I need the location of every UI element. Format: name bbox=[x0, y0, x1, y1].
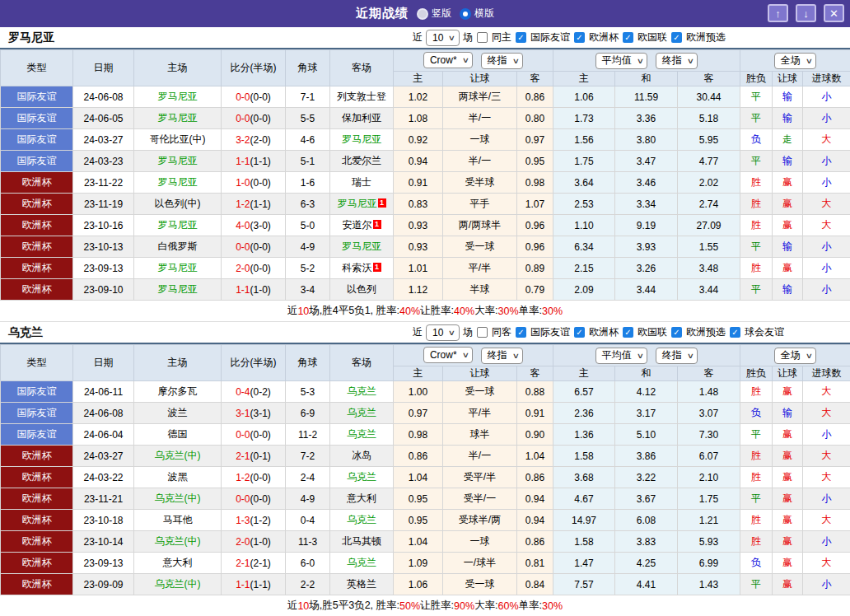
away-team-name: 罗马尼亚 bbox=[342, 133, 381, 145]
competition-checkbox[interactable]: ✓ bbox=[574, 327, 585, 338]
home-odds: 0.91 bbox=[394, 172, 443, 194]
match-date: 24-06-04 bbox=[73, 424, 134, 446]
avg-draw-odds: 3.44 bbox=[615, 279, 678, 301]
corner-score: 3-4 bbox=[286, 279, 330, 301]
radio-unselected-icon[interactable] bbox=[417, 8, 428, 20]
competition-checkbox[interactable]: ✓ bbox=[623, 327, 633, 338]
match-date: 23-09-10 bbox=[73, 279, 134, 301]
away-team: 北马其顿 bbox=[330, 531, 394, 553]
home-team: 罗马尼亚 bbox=[134, 151, 222, 172]
competition-type: 欧洲杯 bbox=[1, 279, 73, 301]
match-count-select[interactable]: 10∨ bbox=[426, 324, 460, 341]
close-icon: ✕ bbox=[829, 8, 838, 19]
competition-checkbox[interactable]: ✓ bbox=[623, 32, 633, 43]
home-odds: 0.93 bbox=[394, 215, 443, 236]
bookmaker-select[interactable]: Crow*∨ bbox=[423, 52, 473, 68]
odds-stage-select[interactable]: 终指∨ bbox=[481, 53, 524, 69]
score: 1-2(1-1) bbox=[222, 194, 286, 215]
fulltime-select[interactable]: 全场∨ bbox=[774, 53, 817, 69]
bookmaker-select[interactable]: Crow*∨ bbox=[423, 347, 473, 363]
score: 1-0(0-0) bbox=[222, 172, 286, 194]
handicap-result: 输 bbox=[773, 236, 803, 258]
away-team: 列支敦士登 bbox=[330, 86, 394, 108]
fulltime-score: 0-0 bbox=[236, 113, 250, 124]
avg-away-odds: 2.02 bbox=[678, 172, 740, 194]
col-score: 比分(半场) bbox=[222, 50, 286, 86]
move-up-button[interactable]: ↑ bbox=[768, 4, 788, 22]
competition-checkbox[interactable]: ✓ bbox=[671, 327, 682, 338]
window-buttons: ↑ ↓ ✕ bbox=[768, 4, 844, 22]
competition-checkbox[interactable]: ✓ bbox=[671, 32, 682, 43]
home-team: 乌克兰(中) bbox=[134, 574, 222, 595]
away-team: 罗马尼亚 bbox=[330, 236, 394, 258]
odds-stage-select[interactable]: 终指∨ bbox=[656, 53, 698, 69]
fulltime-select[interactable]: 全场∨ bbox=[774, 348, 817, 364]
corner-score: 5-5 bbox=[286, 108, 330, 129]
bookmaker-select-value: Crow* bbox=[430, 54, 457, 66]
odds-stage-select[interactable]: 终指∨ bbox=[656, 348, 698, 364]
average-select[interactable]: 平均值∨ bbox=[595, 348, 648, 364]
home-team: 以色列(中) bbox=[134, 194, 222, 215]
corner-score: 0-4 bbox=[286, 510, 330, 531]
handicap-result: 输 bbox=[773, 108, 803, 129]
avg-draw-odds: 9.19 bbox=[615, 215, 678, 236]
match-date: 24-06-05 bbox=[73, 108, 134, 129]
radio-selected-icon[interactable] bbox=[460, 8, 471, 20]
col-handicap-result: 让球 bbox=[773, 366, 803, 381]
fulltime-select-value: 全场 bbox=[781, 348, 801, 362]
match-date: 24-03-22 bbox=[73, 467, 134, 488]
score: 2-0(0-0) bbox=[222, 258, 286, 279]
away-odds: 0.79 bbox=[517, 279, 553, 301]
avg-away-odds: 6.99 bbox=[678, 553, 740, 574]
match-row: 国际友谊24-03-23罗马尼亚1-1(1-1)5-1北爱尔兰0.94半/一0.… bbox=[1, 151, 850, 172]
competition-checkbox[interactable]: ✓ bbox=[574, 32, 585, 43]
match-row: 欧洲杯23-11-21乌克兰(中)0-0(0-0)4-9意大利0.95受半/一0… bbox=[1, 488, 850, 510]
competition-checkbox[interactable]: ✓ bbox=[516, 327, 526, 338]
wdl-result: 平 bbox=[740, 236, 773, 258]
halftime-score: (1-0) bbox=[250, 284, 271, 296]
handicap-line: 平/半 bbox=[443, 258, 517, 279]
avg-draw-odds: 3.80 bbox=[615, 129, 678, 151]
goals-result: 小 bbox=[803, 236, 850, 258]
fulltime-score: 1-2 bbox=[236, 198, 250, 210]
away-team-name: 瑞士 bbox=[352, 176, 371, 188]
down-arrow-icon: ↓ bbox=[803, 8, 809, 19]
handicap-line: 两/两球半 bbox=[443, 215, 517, 236]
avg-draw-odds: 3.47 bbox=[615, 151, 678, 172]
chevron-down-icon: ∨ bbox=[448, 34, 455, 42]
avg-home-odds: 1.56 bbox=[553, 129, 615, 151]
close-button[interactable]: ✕ bbox=[824, 4, 844, 22]
home-odds: 0.98 bbox=[394, 424, 443, 446]
layout-radio-vertical[interactable]: 竖版 bbox=[417, 7, 451, 21]
col-handicap: 让球 bbox=[443, 72, 517, 86]
move-down-button[interactable]: ↓ bbox=[796, 4, 816, 22]
competition-checkbox[interactable]: ✓ bbox=[730, 327, 740, 338]
avg-draw-odds: 3.67 bbox=[615, 488, 678, 510]
home-team: 乌克兰(中) bbox=[134, 488, 222, 510]
same-venue-checkbox[interactable] bbox=[477, 327, 488, 338]
match-count-select[interactable]: 10∨ bbox=[426, 30, 460, 46]
corner-score: 6-3 bbox=[286, 194, 330, 215]
handicap-result: 输 bbox=[773, 279, 803, 301]
average-select[interactable]: 平均值∨ bbox=[595, 53, 648, 69]
home-team-name: 乌克兰(中) bbox=[155, 492, 201, 504]
away-team: 罗马尼亚 bbox=[330, 129, 394, 151]
odds-stage-select[interactable]: 终指∨ bbox=[481, 348, 524, 364]
col-avg-away: 客 bbox=[678, 366, 740, 381]
home-team-name: 波黑 bbox=[168, 471, 188, 483]
away-odds: 0.88 bbox=[517, 381, 553, 403]
away-team: 乌克兰 bbox=[330, 403, 394, 424]
match-row: 欧洲杯23-09-13意大利2-1(2-1)6-0乌克兰1.09一/球半0.81… bbox=[1, 553, 850, 574]
result-group: 全场∨ bbox=[740, 345, 850, 366]
record-summary: 近10场,胜4平5负1, 胜率:40% 让胜率:40% 大率:30% 单率:30… bbox=[0, 301, 850, 322]
layout-radio-horizontal[interactable]: 横版 bbox=[460, 7, 494, 21]
same-venue-checkbox[interactable] bbox=[477, 32, 488, 43]
bookmaker-odds-group: Crow*∨ 终指∨ bbox=[394, 345, 553, 366]
summary-text: 90% bbox=[454, 600, 474, 612]
competition-checkbox[interactable]: ✓ bbox=[516, 32, 526, 43]
match-row: 欧洲杯23-09-10罗马尼亚1-1(1-0)3-4以色列1.12半球0.792… bbox=[1, 279, 850, 301]
fulltime-score: 4-0 bbox=[236, 220, 250, 231]
match-row: 欧洲杯23-10-18马耳他1-3(1-2)0-4乌克兰0.95受球半/两0.9… bbox=[1, 510, 850, 531]
home-team-name: 罗马尼亚 bbox=[158, 91, 198, 102]
away-team: 科索沃1 bbox=[330, 258, 394, 279]
